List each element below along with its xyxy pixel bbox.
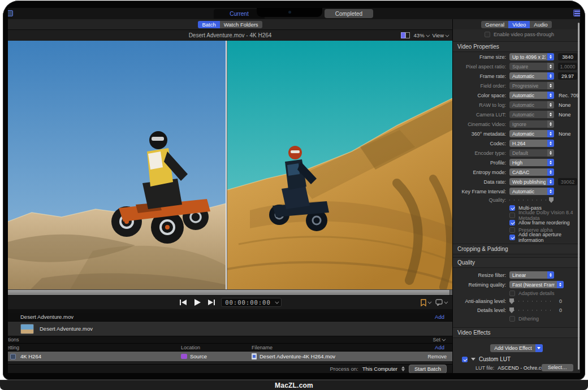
pass-through-label: Enable video pass-through <box>494 32 554 37</box>
retiming-quality-popup[interactable]: Fast (Nearest Frame) <box>509 281 564 288</box>
frame-size-label: Frame size: <box>453 54 506 60</box>
stepper-icon <box>547 168 554 176</box>
anti-aliasing-slider[interactable] <box>509 298 554 304</box>
key-frame-interval-popup[interactable]: Automatic <box>509 188 554 195</box>
laptop-bezel: Current Completed Batch Watch Folders De… <box>3 1 585 380</box>
stepper-icon <box>547 72 554 80</box>
start-batch-button[interactable]: Start Batch <box>409 365 447 374</box>
resize-filter-popup[interactable]: Linear <box>509 271 554 279</box>
adaptive-details-row: Adaptive details <box>453 289 580 297</box>
skip-back-button[interactable] <box>179 298 188 306</box>
metadata-360-popup[interactable]: Automatic <box>509 130 554 137</box>
slider-thumb[interactable] <box>509 298 514 304</box>
metadata-360-row: 360° metadata: Automatic None <box>453 129 580 138</box>
frame-width-field[interactable]: 3840 <box>558 53 577 60</box>
codec-popup[interactable]: H.264 <box>509 140 554 147</box>
select-lut-button[interactable]: Select… <box>542 364 573 371</box>
custom-lut-checkbox[interactable] <box>462 357 468 362</box>
zoom-level-menu[interactable]: 43% <box>414 32 429 38</box>
anti-aliasing-value: 0 <box>559 298 562 304</box>
brand-label: MacZL.com <box>275 382 313 389</box>
details-level-slider[interactable] <box>509 307 554 313</box>
preview-title: Desert Adventure.mov - 4K H264 <box>189 32 272 38</box>
frame-size-row: Frame size: Up to 4096 x 2304 3840 2160 <box>453 52 580 62</box>
marker-menu[interactable] <box>435 299 447 306</box>
details-level-row: Details level: 0 <box>453 306 580 315</box>
compare-divider[interactable] <box>226 41 227 289</box>
pixel-aspect-field: 1.0000 <box>558 63 577 70</box>
timeline-scrubber[interactable] <box>8 289 452 296</box>
preserve-alpha-checkbox <box>509 227 515 233</box>
split-view-icon[interactable] <box>401 32 410 38</box>
stepper-icon[interactable] <box>401 366 405 371</box>
stepper-icon <box>547 53 554 60</box>
quality-slider-label: Quality: <box>453 197 506 203</box>
stepper-icon <box>547 178 554 185</box>
key-frame-interval-row: Key Frame Interval: Automatic <box>453 187 580 196</box>
tab-batch[interactable]: Batch <box>198 21 219 28</box>
frame-reordering-checkbox[interactable] <box>509 220 515 226</box>
tab-video[interactable]: Video <box>508 21 530 28</box>
column-filename: Filename <box>252 345 273 350</box>
inspector-scrollbar[interactable] <box>578 23 580 370</box>
multi-pass-checkbox[interactable] <box>509 205 515 211</box>
clean-aperture-row: Add clean aperture information <box>453 233 580 241</box>
entropy-mode-popup[interactable]: CABAC <box>509 168 554 176</box>
preview-title-bar: Desert Adventure.mov - 4K H264 43% View <box>8 29 452 41</box>
frame-rate-popup[interactable]: Automatic <box>509 72 554 80</box>
play-button[interactable] <box>193 298 202 306</box>
disclosure-triangle-icon[interactable] <box>471 358 475 361</box>
raw-to-log-row: RAW to log: Automatic None <box>453 100 580 110</box>
remove-output-button[interactable]: Remove <box>427 354 447 359</box>
profile-popup[interactable]: High <box>509 159 554 166</box>
metadata-360-label: 360° metadata: <box>453 131 506 137</box>
camera-lut-row: Camera LUT: Automatic None <box>453 110 580 119</box>
output-row-selected[interactable]: 4K H264 Source Desert Adventure-4K H264.… <box>8 352 452 362</box>
pixel-aspect-popup: Square <box>509 63 554 70</box>
timecode-field[interactable]: 00:00:00:00 <box>221 298 282 307</box>
resize-filter-label: Resize filter: <box>453 272 506 278</box>
tab-watch-folders[interactable]: Watch Folders <box>220 21 262 28</box>
cinematic-video-popup: Ignore <box>509 120 554 128</box>
frame-size-popup[interactable]: Up to 4096 x 2304 <box>509 53 554 60</box>
stepper-icon <box>547 111 554 118</box>
section-cropping-padding[interactable]: Cropping & Padding <box>453 244 580 254</box>
job-thumbnail <box>20 324 34 334</box>
process-on-value[interactable]: This Computer <box>362 366 397 372</box>
color-space-popup[interactable]: Automatic <box>509 92 554 99</box>
transport-bar: 00:00:00:00 <box>8 296 452 309</box>
camera-lut-popup: Automatic <box>509 111 554 118</box>
stepper-icon <box>557 281 564 288</box>
bookmark-menu[interactable] <box>421 299 430 306</box>
quality-slider-row: Quality: <box>453 196 580 204</box>
add-output-link[interactable]: Add <box>435 314 444 320</box>
slider-thumb[interactable] <box>509 307 514 313</box>
tab-audio[interactable]: Audio <box>530 21 551 28</box>
set-action-menu[interactable]: Set <box>433 337 444 343</box>
add-video-effect-button[interactable]: Add Video Effect <box>490 344 543 352</box>
tab-completed[interactable]: Completed <box>325 9 373 18</box>
output-filename[interactable]: Desert Adventure-4K H264.mov <box>252 353 335 359</box>
frame-rate-field[interactable]: 29.97 <box>558 72 577 80</box>
clean-aperture-checkbox[interactable] <box>509 235 515 240</box>
display-notch <box>257 8 322 17</box>
data-rate-popup[interactable]: Web publishing <box>509 178 554 185</box>
view-menu[interactable]: View <box>433 32 448 38</box>
encoder-type-row: Encoder type: Default <box>453 148 580 158</box>
output-location[interactable]: Source <box>181 353 207 359</box>
actions-label: Actions <box>8 337 19 343</box>
section-quality[interactable]: Quality <box>453 257 580 268</box>
add-setting-link[interactable]: Add <box>435 344 444 350</box>
section-video-effects[interactable]: Video Effects <box>453 327 580 338</box>
dolby-vision-row: Include Dolby Vision 8.4 Metadata <box>453 211 580 219</box>
dithering-row: Dithering <box>453 315 580 322</box>
skip-forward-button[interactable] <box>207 298 216 306</box>
pass-through-checkbox[interactable] <box>485 32 490 37</box>
cinematic-video-label: Cinematic Video: <box>453 122 506 127</box>
job-source-row[interactable]: Desert Adventure.mov <box>8 322 452 336</box>
tab-general[interactable]: General <box>481 21 508 28</box>
camera-lut-label: Camera LUT: <box>453 112 506 118</box>
output-columns-header: Setting Location Filename Add <box>8 344 452 352</box>
stepper-icon <box>547 149 554 157</box>
inspector-list-icon[interactable] <box>573 10 580 16</box>
